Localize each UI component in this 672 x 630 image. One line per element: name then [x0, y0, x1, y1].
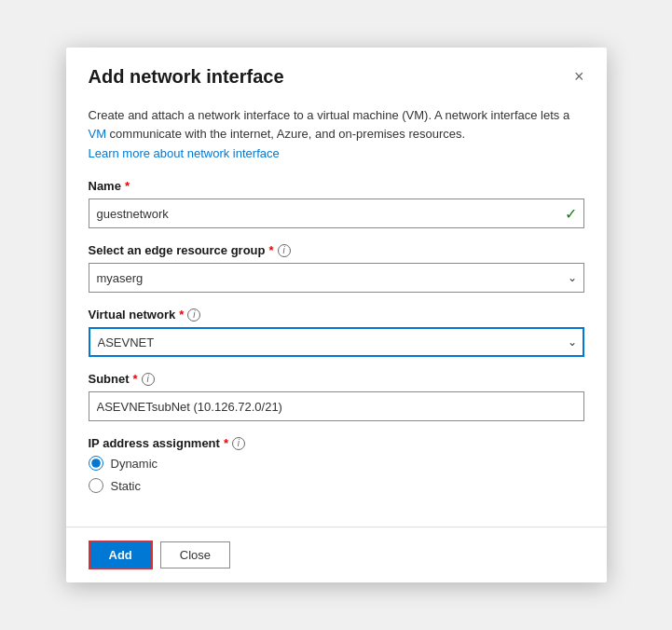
edge-resource-group-info-icon[interactable]: i [278, 244, 291, 257]
name-check-icon: ✓ [565, 205, 577, 223]
edge-resource-group-select[interactable]: myaserg [89, 263, 584, 293]
ip-assignment-info-icon[interactable]: i [232, 437, 245, 450]
static-radio-label: Static [111, 479, 142, 493]
subnet-input[interactable] [89, 391, 584, 421]
static-radio-option[interactable]: Static [89, 478, 584, 493]
name-input-wrapper: ✓ [89, 199, 584, 228]
dynamic-radio-input[interactable] [89, 456, 103, 471]
ip-assignment-radio-group: Dynamic Static [89, 456, 584, 493]
description-text: Create and attach a network interface to… [89, 106, 584, 143]
learn-more-link[interactable]: Learn more about network interface [89, 146, 584, 160]
name-label: Name * [89, 179, 584, 193]
ip-assignment-field-group: IP address assignment * i Dynamic Static [89, 436, 584, 493]
edge-resource-group-label: Select an edge resource group * i [89, 243, 584, 257]
virtual-network-dropdown-wrapper: ASEVNET ⌄ [89, 327, 584, 357]
add-button[interactable]: Add [89, 541, 153, 569]
dynamic-radio-option[interactable]: Dynamic [89, 456, 584, 471]
virtual-network-select[interactable]: ASEVNET [89, 327, 584, 357]
edge-resource-group-field-group: Select an edge resource group * i myaser… [89, 243, 584, 293]
static-radio-input[interactable] [89, 478, 103, 493]
name-input[interactable] [89, 199, 584, 228]
dialog-body: Create and attach a network interface to… [66, 106, 607, 527]
dialog-header: Add network interface × [66, 48, 607, 99]
subnet-label: Subnet * i [89, 372, 584, 386]
dialog-title: Add network interface [89, 66, 284, 88]
subnet-field-group: Subnet * i [89, 372, 584, 421]
subnet-input-wrapper [89, 391, 584, 421]
ip-assignment-label: IP address assignment * i [89, 436, 584, 450]
dialog-close-button[interactable]: × [574, 68, 584, 85]
name-field-group: Name * ✓ [89, 179, 584, 228]
add-network-interface-dialog: Add network interface × Create and attac… [66, 48, 607, 582]
close-button[interactable]: Close [160, 541, 230, 568]
dialog-footer: Add Close [66, 527, 607, 582]
edge-resource-group-dropdown-wrapper: myaserg ⌄ [89, 263, 584, 293]
description-block: Create and attach a network interface to… [89, 106, 584, 160]
virtual-network-info-icon[interactable]: i [187, 308, 200, 322]
dynamic-radio-label: Dynamic [111, 457, 158, 471]
virtual-network-field-group: Virtual network * i ASEVNET ⌄ [89, 308, 584, 357]
virtual-network-label: Virtual network * i [89, 308, 584, 322]
subnet-info-icon[interactable]: i [142, 373, 155, 386]
